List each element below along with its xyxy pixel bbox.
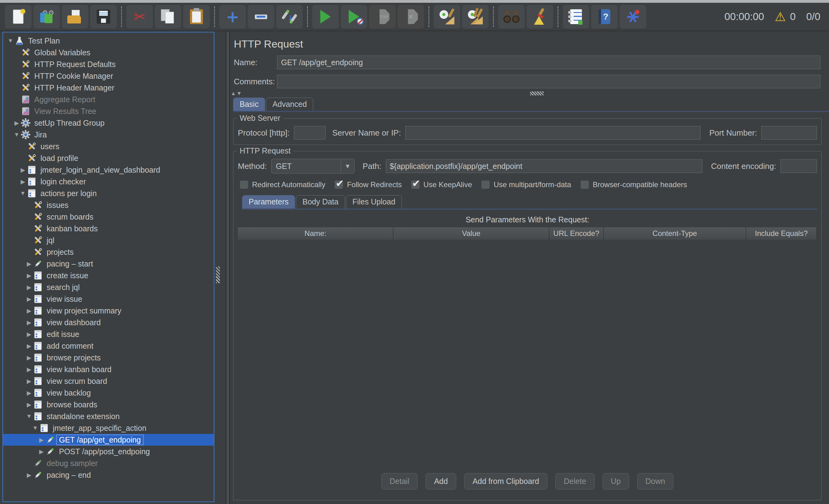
tree-expand-arrow-icon[interactable] <box>25 472 33 479</box>
toolbar-start-no-timers-button[interactable] <box>341 5 367 28</box>
column-header-include-equals[interactable]: Include Equals? <box>746 227 817 240</box>
tree-item-browse-boards[interactable]: browse boards <box>3 399 214 410</box>
column-header-url-encode[interactable]: URL Encode? <box>549 227 604 240</box>
tree-item-actions-per-login[interactable]: actions per login <box>3 187 214 199</box>
tree-item-browse-projects[interactable]: browse projects <box>3 352 214 363</box>
tree-item-jql[interactable]: jql <box>3 235 214 246</box>
tab-basic[interactable]: Basic <box>233 98 265 111</box>
tree-item-search-jql[interactable]: search jql <box>3 281 214 293</box>
tree-item-view-scrum-board[interactable]: view scrum board <box>3 375 214 387</box>
toolbar-paste-button[interactable] <box>183 5 210 28</box>
checkbox-use-keepalive[interactable]: Use KeepAlive <box>411 180 472 189</box>
comments-input[interactable] <box>277 75 820 88</box>
tree-item-jmeter-login-and-view-dashboard[interactable]: jmeter_login_and_view_dashboard <box>3 164 214 176</box>
server-name-input[interactable] <box>405 126 700 140</box>
tab-parameters[interactable]: Parameters <box>242 195 295 209</box>
checked-checkbox-icon[interactable] <box>334 180 343 189</box>
params-table-body[interactable] <box>238 240 817 470</box>
checkbox-redirect-automatically[interactable]: Redirect Automatically <box>240 180 325 189</box>
tree-expand-arrow-icon[interactable] <box>25 343 33 350</box>
tree-expand-arrow-icon[interactable] <box>19 178 27 185</box>
tree-item-view-issue[interactable]: view issue <box>3 293 214 305</box>
tree-item-login-checker[interactable]: login checker <box>3 176 214 187</box>
tree-item-pacing-start[interactable]: pacing – start <box>3 258 214 269</box>
tab-files-upload[interactable]: Files Upload <box>346 195 402 209</box>
horizontal-splitter-handle[interactable] <box>530 92 544 96</box>
tree-item-http-header-manager[interactable]: HTTP Header Manager <box>3 82 214 94</box>
toolbar-clear-all-button[interactable] <box>462 5 489 28</box>
tree-item-view-dashboard[interactable]: view dashboard <box>3 317 214 328</box>
checkbox-follow-redirects[interactable]: Follow Redirects <box>334 180 401 189</box>
content-encoding-input[interactable] <box>781 159 817 173</box>
path-input[interactable] <box>386 159 702 173</box>
tab-body-data[interactable]: Body Data <box>296 195 345 209</box>
tree-expand-arrow-icon[interactable] <box>25 295 33 303</box>
tree-expand-arrow-icon[interactable] <box>12 119 21 127</box>
tree-item-view-project-summary[interactable]: view project summary <box>3 305 214 317</box>
toolbar-toggle-button[interactable]: ↘ <box>276 5 303 28</box>
tree-expand-arrow-icon[interactable] <box>25 284 33 291</box>
tree-item-users[interactable]: users <box>3 141 214 152</box>
toolbar-expand-all-button[interactable]: + <box>219 5 246 28</box>
tree-item-edit-issue[interactable]: edit issue <box>3 328 214 340</box>
unchecked-checkbox-icon[interactable] <box>481 180 490 189</box>
checkbox-browser-compatible-headers[interactable]: Browser-compatible headers <box>580 180 687 189</box>
toolbar-cut-button[interactable]: ✂ <box>126 5 153 28</box>
toolbar-templates-button[interactable]: ⚙⚙ <box>33 5 60 28</box>
tree-expand-arrow-icon[interactable] <box>25 389 33 397</box>
tree-collapse-arrow-icon[interactable] <box>31 425 40 431</box>
unchecked-checkbox-icon[interactable] <box>240 180 248 189</box>
tree-expand-arrow-icon[interactable] <box>25 366 33 373</box>
toolbar-new-button[interactable] <box>5 5 32 28</box>
toolbar-search-button[interactable] <box>498 5 525 28</box>
tree-item-load-profile[interactable]: load profile <box>3 152 214 164</box>
checkbox-use-multipart-form-data[interactable]: Use multipart/form-data <box>481 180 571 189</box>
tree-expand-arrow-icon[interactable] <box>25 260 33 267</box>
tree-expand-arrow-icon[interactable] <box>25 331 33 338</box>
tree-item-get-app-get-endpoing[interactable]: GET /app/get_endpoing <box>3 434 214 446</box>
tree-collapse-arrow-icon[interactable] <box>25 413 33 420</box>
toolbar-start-button[interactable] <box>312 5 339 28</box>
tree-collapse-arrow-icon[interactable] <box>19 190 27 197</box>
tree-item-http-request-defaults[interactable]: HTTP Request Defaults <box>3 58 214 70</box>
tree-item-debug-sampler[interactable]: debug sampler <box>3 457 214 469</box>
tree-expand-arrow-icon[interactable] <box>25 354 33 361</box>
column-header-value[interactable]: Value <box>394 227 549 240</box>
tree-item-test-plan[interactable]: Test Plan <box>3 35 214 47</box>
toolbar-copy-button[interactable] <box>155 5 181 28</box>
tree-item-add-comment[interactable]: add comment <box>3 340 214 352</box>
tree-item-aggregate-report[interactable]: Aggregate Report <box>3 94 214 105</box>
tree-collapse-arrow-icon[interactable] <box>6 37 15 44</box>
protocol-input[interactable] <box>294 126 326 140</box>
tree-item-view-results-tree[interactable]: View Results Tree <box>3 105 214 117</box>
tree-expand-arrow-icon[interactable] <box>37 448 46 455</box>
tree-item-projects[interactable]: projects <box>3 246 214 258</box>
vertical-splitter-handle[interactable] <box>216 266 220 283</box>
tree-item-http-cookie-manager[interactable]: HTTP Cookie Manager <box>3 70 214 82</box>
tree-item-global-variables[interactable]: Global Variables <box>3 47 214 58</box>
tab-advanced[interactable]: Advanced <box>266 98 313 111</box>
column-header-name[interactable]: Name: <box>238 227 394 240</box>
toolbar-help-button[interactable]: ? <box>591 5 618 28</box>
column-header-content-type[interactable]: Content-Type <box>604 227 746 240</box>
toolbar-function-helper-button[interactable] <box>563 5 589 28</box>
port-number-input[interactable] <box>761 126 817 140</box>
tree-collapse-arrow-icon[interactable] <box>12 131 21 138</box>
tree-item-create-issue[interactable]: create issue <box>3 269 214 281</box>
toolbar-open-button[interactable] <box>62 5 88 28</box>
add-button[interactable]: Add <box>426 473 456 490</box>
toolbar-save-button[interactable] <box>90 5 117 28</box>
tree-expand-arrow-icon[interactable] <box>25 272 33 279</box>
tree-item-pacing-end[interactable]: pacing – end <box>3 469 214 481</box>
toolbar-collapse-all-button[interactable] <box>248 5 274 28</box>
name-input[interactable] <box>277 56 820 69</box>
unchecked-checkbox-icon[interactable] <box>580 180 589 189</box>
tree-expand-arrow-icon[interactable] <box>19 167 27 174</box>
tree-expand-arrow-icon[interactable] <box>25 401 33 408</box>
tree-item-setup-thread-group[interactable]: setUp Thread Group <box>3 117 214 129</box>
tree-expand-arrow-icon[interactable] <box>25 307 33 314</box>
tree-item-post-app-post-endpoing[interactable]: POST /app/post_endpoing <box>3 446 214 457</box>
tree-item-view-backlog[interactable]: view backlog <box>3 387 214 399</box>
add-from-clipboard-button[interactable]: Add from Clipboard <box>464 473 547 490</box>
tree-item-standalone-extension[interactable]: standalone extension <box>3 410 214 422</box>
